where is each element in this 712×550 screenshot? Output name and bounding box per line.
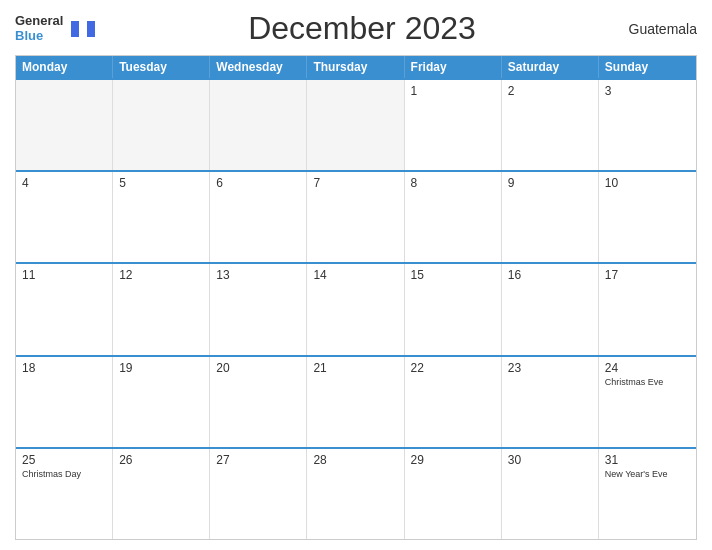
- header-tuesday: Tuesday: [113, 56, 210, 78]
- day-number: 17: [605, 268, 690, 282]
- header-sunday: Sunday: [599, 56, 696, 78]
- logo: General Blue: [15, 14, 95, 43]
- header-saturday: Saturday: [502, 56, 599, 78]
- day-number: 18: [22, 361, 106, 375]
- day-number: 25: [22, 453, 106, 467]
- day-number: 23: [508, 361, 592, 375]
- calendar-cell: 20: [210, 357, 307, 447]
- calendar-cell: 21: [307, 357, 404, 447]
- calendar-grid: Monday Tuesday Wednesday Thursday Friday…: [15, 55, 697, 540]
- calendar-cell: 16: [502, 264, 599, 354]
- day-event: Christmas Day: [22, 469, 106, 480]
- logo-text-blue: Blue: [15, 29, 43, 43]
- calendar-cell: 30: [502, 449, 599, 539]
- calendar-cell: [210, 80, 307, 170]
- logo-text-general: General: [15, 14, 63, 28]
- calendar-week-3: 11121314151617: [16, 262, 696, 354]
- header-friday: Friday: [405, 56, 502, 78]
- day-number: 22: [411, 361, 495, 375]
- day-event: New Year's Eve: [605, 469, 690, 480]
- day-number: 15: [411, 268, 495, 282]
- calendar-cell: 22: [405, 357, 502, 447]
- day-number: 6: [216, 176, 300, 190]
- day-number: 8: [411, 176, 495, 190]
- day-number: 16: [508, 268, 592, 282]
- svg-rect-0: [71, 21, 79, 37]
- calendar-cell: 29: [405, 449, 502, 539]
- day-number: 3: [605, 84, 690, 98]
- day-number: 20: [216, 361, 300, 375]
- calendar-week-2: 45678910: [16, 170, 696, 262]
- day-number: 14: [313, 268, 397, 282]
- day-number: 28: [313, 453, 397, 467]
- day-number: 11: [22, 268, 106, 282]
- calendar-cell: 27: [210, 449, 307, 539]
- calendar-cell: 18: [16, 357, 113, 447]
- day-number: 27: [216, 453, 300, 467]
- calendar-cell: 12: [113, 264, 210, 354]
- calendar-cell: 3: [599, 80, 696, 170]
- calendar-cell: 11: [16, 264, 113, 354]
- calendar-cell: 28: [307, 449, 404, 539]
- day-number: 29: [411, 453, 495, 467]
- calendar-week-5: 25Christmas Day262728293031New Year's Ev…: [16, 447, 696, 539]
- calendar-cell: 4: [16, 172, 113, 262]
- calendar-cell: 25Christmas Day: [16, 449, 113, 539]
- calendar-week-1: 123: [16, 78, 696, 170]
- calendar-body: 123456789101112131415161718192021222324C…: [16, 78, 696, 539]
- day-event: Christmas Eve: [605, 377, 690, 388]
- day-number: 5: [119, 176, 203, 190]
- day-number: 21: [313, 361, 397, 375]
- calendar-header: Monday Tuesday Wednesday Thursday Friday…: [16, 56, 696, 78]
- day-number: 4: [22, 176, 106, 190]
- header-wednesday: Wednesday: [210, 56, 307, 78]
- calendar-cell: 31New Year's Eve: [599, 449, 696, 539]
- calendar-cell: 24Christmas Eve: [599, 357, 696, 447]
- calendar-cell: [307, 80, 404, 170]
- calendar-cell: 17: [599, 264, 696, 354]
- svg-rect-2: [87, 21, 95, 37]
- svg-rect-1: [79, 21, 87, 37]
- calendar-cell: [113, 80, 210, 170]
- calendar-page: General Blue December 2023 Guatemala Mon…: [0, 0, 712, 550]
- calendar-title: December 2023: [248, 10, 476, 47]
- calendar-cell: 15: [405, 264, 502, 354]
- calendar-cell: 23: [502, 357, 599, 447]
- calendar-cell: 19: [113, 357, 210, 447]
- day-number: 10: [605, 176, 690, 190]
- calendar-cell: 6: [210, 172, 307, 262]
- calendar-cell: 5: [113, 172, 210, 262]
- day-number: 12: [119, 268, 203, 282]
- day-number: 1: [411, 84, 495, 98]
- day-number: 9: [508, 176, 592, 190]
- header-monday: Monday: [16, 56, 113, 78]
- day-number: 2: [508, 84, 592, 98]
- calendar-cell: 13: [210, 264, 307, 354]
- calendar-cell: 10: [599, 172, 696, 262]
- day-number: 30: [508, 453, 592, 467]
- calendar-cell: 2: [502, 80, 599, 170]
- day-number: 24: [605, 361, 690, 375]
- calendar-cell: 1: [405, 80, 502, 170]
- day-number: 26: [119, 453, 203, 467]
- calendar-cell: 9: [502, 172, 599, 262]
- day-number: 7: [313, 176, 397, 190]
- day-number: 13: [216, 268, 300, 282]
- calendar-cell: 8: [405, 172, 502, 262]
- country-label: Guatemala: [629, 21, 697, 37]
- logo-flag-icon: [71, 20, 95, 38]
- day-number: 31: [605, 453, 690, 467]
- calendar-cell: 26: [113, 449, 210, 539]
- page-header: General Blue December 2023 Guatemala: [15, 10, 697, 47]
- day-number: 19: [119, 361, 203, 375]
- calendar-cell: [16, 80, 113, 170]
- calendar-week-4: 18192021222324Christmas Eve: [16, 355, 696, 447]
- calendar-cell: 14: [307, 264, 404, 354]
- calendar-cell: 7: [307, 172, 404, 262]
- header-thursday: Thursday: [307, 56, 404, 78]
